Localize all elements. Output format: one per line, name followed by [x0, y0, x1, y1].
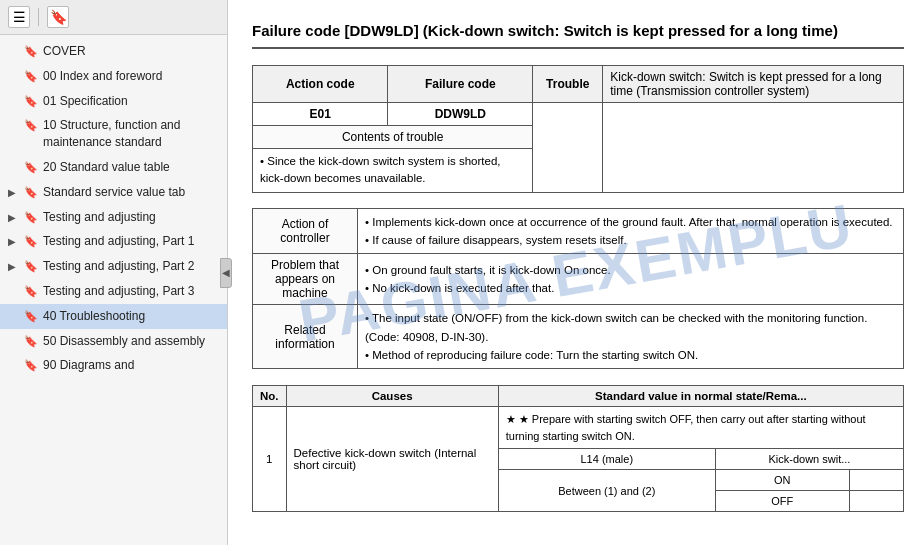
bookmark-icon-40: 🔖 — [24, 309, 38, 324]
bookmark-icon-testing2: 🔖 — [24, 259, 38, 274]
cause-sub-off: OFF — [715, 491, 849, 512]
cause-sub-off-val — [849, 491, 903, 512]
causes-col-standard: Standard value in normal state/Rema... — [498, 386, 903, 407]
bookmark-icon-01: 🔖 — [24, 94, 38, 109]
cause-desc-1: Defective kick-down switch (Internal sho… — [286, 407, 498, 512]
expand-icon-std: ▶ — [8, 186, 22, 200]
sidebar-item-testing-1[interactable]: ▶ 🔖 Testing and adjusting, Part 1 — [0, 229, 227, 254]
bookmark-icon-testing: 🔖 — [24, 210, 38, 225]
sidebar-label-testing2: Testing and adjusting, Part 2 — [43, 258, 221, 275]
bookmark-icon-90: 🔖 — [24, 358, 38, 373]
sidebar-item-20-standard[interactable]: 🔖 20 Standard value table — [0, 155, 227, 180]
sidebar-item-cover[interactable]: 🔖 COVER — [0, 39, 227, 64]
sidebar-label-testing3: Testing and adjusting, Part 3 — [43, 283, 221, 300]
failure-code-value: DDW9LD — [388, 103, 533, 126]
col-failure-code: Failure code — [388, 66, 533, 103]
cause-sub-on-val — [849, 470, 903, 491]
sidebar-item-std-service[interactable]: ▶ 🔖 Standard service value tab — [0, 180, 227, 205]
contents-label: Contents of trouble — [253, 126, 533, 149]
cause-prepare: ★ ★ Prepare with starting switch OFF, th… — [498, 407, 903, 449]
sidebar-toolbar: ☰ 🔖 — [0, 0, 227, 35]
sidebar-item-00-index[interactable]: 🔖 00 Index and foreword — [0, 64, 227, 89]
sidebar: ☰ 🔖 🔖 COVER 🔖 00 Index and foreword 🔖 01… — [0, 0, 228, 545]
cause-sub-label1: L14 (male) — [498, 449, 715, 470]
action-label: Action of controller — [253, 208, 358, 254]
problem-content: • On ground fault starts, it is kick-dow… — [358, 254, 904, 305]
bookmark-icon-10: 🔖 — [24, 118, 38, 133]
bookmark-icon[interactable]: 🔖 — [47, 6, 69, 28]
sidebar-label-40: 40 Troubleshooting — [43, 308, 221, 325]
sidebar-item-10-structure[interactable]: 🔖 10 Structure, function and maintenance… — [0, 113, 227, 155]
sidebar-item-01-spec[interactable]: 🔖 01 Specification — [0, 89, 227, 114]
causes-col-causes: Causes — [286, 386, 498, 407]
contents-content: • Since the kick-down switch system is s… — [253, 149, 533, 193]
desc-value — [603, 103, 904, 193]
sidebar-item-testing-adj[interactable]: ▶ 🔖 Testing and adjusting — [0, 205, 227, 230]
action-code-value: E01 — [253, 103, 388, 126]
sidebar-item-testing-2[interactable]: ▶ 🔖 Testing and adjusting, Part 2 — [0, 254, 227, 279]
trouble-cell — [533, 103, 603, 193]
menu-icon[interactable]: ☰ — [8, 6, 30, 28]
cause-sub-label3: Between (1) and (2) — [498, 470, 715, 512]
cause-sub-label2: Kick-down swit... — [715, 449, 903, 470]
col-trouble: Trouble — [533, 66, 603, 103]
expand-icon-testing1: ▶ — [8, 235, 22, 249]
sidebar-label-90: 90 Diagrams and — [43, 357, 221, 374]
sidebar-list: 🔖 COVER 🔖 00 Index and foreword 🔖 01 Spe… — [0, 35, 227, 545]
related-content-1: • The input state (ON/OFF) from the kick… — [365, 312, 867, 342]
sidebar-item-testing-3[interactable]: 🔖 Testing and adjusting, Part 3 — [0, 279, 227, 304]
col-desc-header: Kick-down switch: Switch is kept pressed… — [603, 66, 904, 103]
sidebar-label-20: 20 Standard value table — [43, 159, 221, 176]
sidebar-label-10: 10 Structure, function and maintenance s… — [43, 117, 221, 151]
problem-label: Problem that appears on machine — [253, 254, 358, 305]
detail-table: Action of controller • Implements kick-d… — [252, 208, 904, 370]
sidebar-label-cover: COVER — [43, 43, 221, 60]
bookmark-icon-testing1: 🔖 — [24, 234, 38, 249]
toolbar-separator — [38, 8, 39, 26]
page-title: Failure code [DDW9LD] (Kick-down switch:… — [252, 20, 904, 49]
expand-icon-testing: ▶ — [8, 211, 22, 225]
prepare-text: ★ Prepare with starting switch OFF, then… — [506, 413, 866, 442]
cause-no-1: 1 — [253, 407, 287, 512]
sidebar-item-50-disassembly[interactable]: 🔖 50 Disassembly and assembly — [0, 329, 227, 354]
sidebar-label-01-spec: 01 Specification — [43, 93, 221, 110]
causes-table: No. Causes Standard value in normal stat… — [252, 385, 904, 512]
expand-icon-testing2: ▶ — [8, 260, 22, 274]
bookmark-icon-50: 🔖 — [24, 334, 38, 349]
bookmark-icon-cover: 🔖 — [24, 44, 38, 59]
related-content: • The input state (ON/OFF) from the kick… — [358, 305, 904, 369]
bookmark-icon-std: 🔖 — [24, 185, 38, 200]
sidebar-label-00-index: 00 Index and foreword — [43, 68, 221, 85]
sidebar-item-90-diagrams[interactable]: 🔖 90 Diagrams and — [0, 353, 227, 378]
related-content-2: • Method of reproducing failure code: Tu… — [365, 349, 698, 361]
causes-col-no: No. — [253, 386, 287, 407]
sidebar-item-40-trouble[interactable]: 🔖 40 Troubleshooting — [0, 304, 227, 329]
sidebar-label-std: Standard service value tab — [43, 184, 221, 201]
bookmark-icon-20: 🔖 — [24, 160, 38, 175]
bookmark-icon-testing3: 🔖 — [24, 284, 38, 299]
sidebar-label-testing1: Testing and adjusting, Part 1 — [43, 233, 221, 250]
sidebar-collapse-handle[interactable]: ◀ — [220, 258, 232, 288]
cause-sub-on: ON — [715, 470, 849, 491]
related-label: Related information — [253, 305, 358, 369]
info-table: Action code Failure code Trouble Kick-do… — [252, 65, 904, 193]
sidebar-label-testing: Testing and adjusting — [43, 209, 221, 226]
action-content: • Implements kick-down once at occurrenc… — [358, 208, 904, 254]
bookmark-icon-00: 🔖 — [24, 69, 38, 84]
col-action-code: Action code — [253, 66, 388, 103]
sidebar-label-50: 50 Disassembly and assembly — [43, 333, 221, 350]
main-content: PAGINA EXEMPLU Failure code [DDW9LD] (Ki… — [228, 0, 924, 545]
